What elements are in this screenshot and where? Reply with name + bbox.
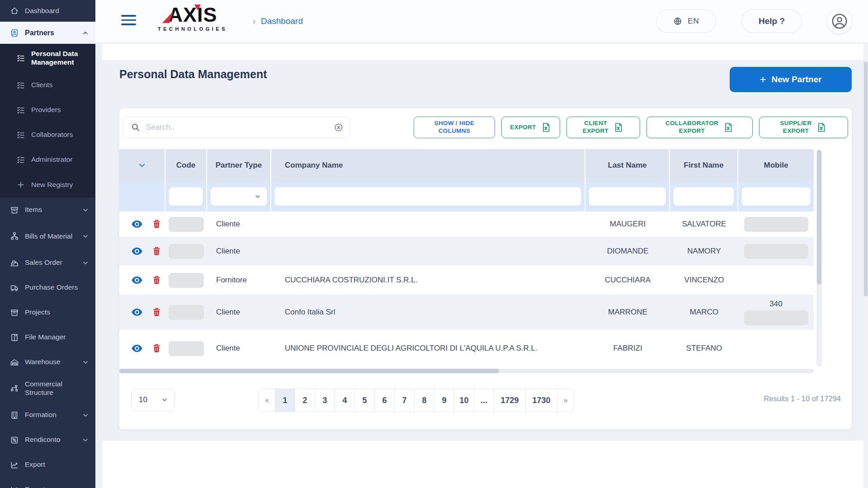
trash-icon	[153, 220, 160, 229]
horizontal-scrollbar-thumb[interactable]	[119, 369, 499, 373]
pagination-page-1729[interactable]: 1729	[494, 389, 526, 412]
sidebar-item-items[interactable]: Items	[0, 197, 95, 222]
supplier-export-button[interactable]: SUPPLIEREXPORT	[759, 117, 848, 138]
sidebar-item-purchase-orders[interactable]: Purchase Orders	[0, 275, 95, 300]
pagination-page-9[interactable]: 9	[434, 389, 454, 412]
trash-icon	[153, 344, 160, 353]
cell-last-name: MARRONE	[585, 295, 670, 330]
window-scrollbar-thumb[interactable]	[864, 61, 868, 296]
view-row-button[interactable]	[131, 247, 143, 255]
sidebar-item-collaborators[interactable]: Collaborators	[0, 122, 95, 147]
column-header-last-name[interactable]: Last Name	[585, 149, 670, 182]
window-scrollbar[interactable]	[863, 43, 868, 488]
new-partner-button[interactable]: + New Partner	[730, 67, 852, 92]
cell-company-name	[271, 211, 585, 237]
delete-row-button[interactable]	[153, 344, 160, 353]
sidebar-item-sales-order[interactable]: Sales Order	[0, 250, 95, 275]
column-header-code[interactable]: Code	[165, 149, 207, 182]
cell-company-name: UNIONE PROVINCIALE DEGLI AGRICOLTORI DI …	[271, 330, 585, 367]
pagination-page-10[interactable]: 10	[454, 389, 474, 412]
collaborator-export-button[interactable]: COLLABORATOREXPORT	[646, 117, 753, 138]
sidebar-item-commercial-structure[interactable]: Commercial Structure	[0, 375, 95, 403]
table-row: Cliente DIOMANDE NAMORY	[119, 237, 814, 266]
filter-input-last-name[interactable]	[589, 187, 666, 206]
cell-last-name: DIOMANDE	[585, 237, 670, 266]
pagination-page-2[interactable]: 2	[295, 389, 315, 412]
language-selector[interactable]: EN	[656, 9, 716, 33]
sidebar-item-bills-of-material[interactable]: Bills of Material	[0, 222, 95, 250]
table-vertical-scrollbar[interactable]	[816, 149, 822, 367]
breadcrumb-item[interactable]: Dashboard	[261, 16, 303, 26]
delete-row-button[interactable]	[153, 247, 160, 256]
sidebar-item-label: Projects	[25, 308, 89, 317]
sidebar-item-formation[interactable]: Formation	[0, 403, 95, 427]
cell-mobile-empty	[738, 266, 814, 295]
table-horizontal-scrollbar[interactable]	[119, 369, 814, 373]
search-input[interactable]	[146, 123, 328, 132]
vertical-scrollbar-thumb[interactable]	[817, 150, 821, 285]
breadcrumb[interactable]: › Dashboard	[253, 16, 303, 26]
view-row-button[interactable]	[131, 308, 143, 316]
view-row-button[interactable]	[131, 220, 143, 228]
chevron-down-icon	[82, 412, 89, 419]
pagination-last[interactable]: »	[557, 389, 574, 412]
hamburger-menu-button[interactable]	[121, 15, 136, 28]
sidebar-item-partners[interactable]: Partners	[0, 22, 95, 44]
pagination-page-5[interactable]: 5	[355, 389, 375, 412]
column-header-first-name[interactable]: First Name	[670, 149, 738, 182]
export-button[interactable]: EXPORT	[501, 117, 560, 138]
client-export-button[interactable]: CLIENTEXPORT	[566, 117, 640, 138]
view-row-button[interactable]	[131, 344, 143, 352]
column-header-partner-type[interactable]: Partner Type	[207, 149, 271, 182]
sidebar-item-label: Commercial Structure	[25, 380, 89, 397]
pagination-page-1730[interactable]: 1730	[526, 389, 557, 412]
delete-row-button[interactable]	[153, 276, 160, 285]
content-top-strip	[102, 44, 868, 60]
sidebar-item-providers[interactable]: Providers	[0, 98, 95, 122]
column-header-mobile[interactable]: Mobile	[738, 149, 814, 182]
pagination-first[interactable]: «	[259, 389, 275, 412]
page-size-select[interactable]: 10	[131, 389, 175, 411]
filter-input-first-name[interactable]	[673, 187, 734, 206]
pagination-page-8[interactable]: 8	[415, 389, 434, 412]
sidebar-item-warehouse[interactable]: Warehouse	[0, 350, 95, 375]
pagination-page-4[interactable]: 4	[335, 389, 355, 412]
select-all-header[interactable]	[119, 149, 165, 182]
pagination-page-7[interactable]: 7	[395, 389, 415, 412]
filter-input-code[interactable]	[169, 187, 203, 206]
sidebar-item-dashboard[interactable]: Dashboard	[0, 0, 95, 22]
delete-row-button[interactable]	[153, 220, 160, 229]
pagination-page-3[interactable]: 3	[315, 389, 335, 412]
sidebar-item-label: Exports	[25, 485, 89, 488]
filter-input-mobile[interactable]	[741, 187, 811, 206]
cell-partner-type: Cliente	[207, 330, 271, 367]
delete-row-button[interactable]	[153, 308, 160, 317]
pagination-page-6[interactable]: 6	[375, 389, 395, 412]
filter-select-partner-type[interactable]	[210, 187, 267, 206]
help-button[interactable]: Help ?	[741, 9, 802, 33]
pagination-page-1[interactable]: 1	[275, 389, 295, 412]
user-avatar-button[interactable]	[827, 9, 852, 33]
sidebar-item-exports[interactable]: Exports	[0, 477, 95, 488]
sidebar-item-clients[interactable]: Clients	[0, 73, 95, 98]
view-row-button[interactable]	[131, 276, 143, 284]
column-header-company-name[interactable]: Company Name	[271, 149, 585, 182]
checklist-icon	[16, 106, 25, 115]
app-logo[interactable]: AXIS TECHNOLOGIES	[152, 5, 233, 32]
sidebar-item-administrator[interactable]: Administrator	[0, 147, 95, 172]
filter-input-company-name[interactable]	[274, 187, 581, 206]
sidebar-item-new-registry[interactable]: New Registry	[0, 172, 95, 197]
page-title: Personal Data Management	[119, 68, 267, 81]
clear-search-icon[interactable]	[334, 122, 344, 132]
sidebar-item-label: Clients	[31, 81, 89, 89]
show-hide-columns-button[interactable]: SHOW / HIDECOLUMNS	[414, 117, 495, 138]
pagination-ellipsis[interactable]: ...	[474, 389, 494, 412]
cell-first-name: STEFANO	[670, 330, 738, 367]
cell-first-name: NAMORY	[670, 237, 738, 266]
sidebar-item-personal-data-management[interactable]: Personal Data Management	[0, 44, 95, 73]
partners-submenu: Personal Data Management Clients Provide…	[0, 44, 95, 197]
sidebar-item-file-manager[interactable]: File Manager	[0, 325, 95, 350]
sidebar-item-rendiconto[interactable]: Rendiconto	[0, 427, 95, 452]
sidebar-item-export[interactable]: Export	[0, 452, 95, 477]
sidebar-item-projects[interactable]: Projects	[0, 300, 95, 325]
